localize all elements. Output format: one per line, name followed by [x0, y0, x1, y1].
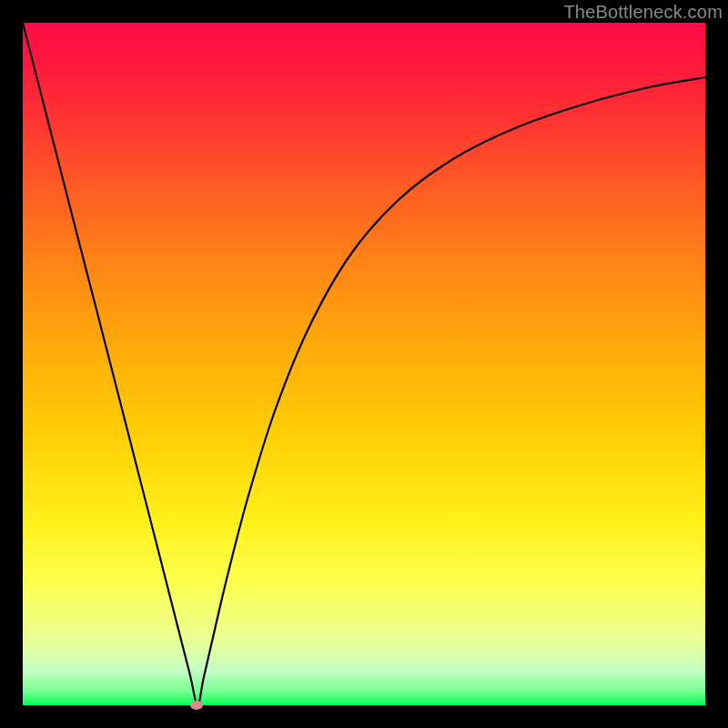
bottleneck-curve: [23, 23, 705, 705]
chart-frame: TheBottleneck.com: [0, 0, 728, 728]
watermark-text: TheBottleneck.com: [563, 2, 723, 23]
curve-layer: [23, 23, 705, 705]
plot-area: [23, 23, 705, 705]
optimum-marker: [190, 701, 203, 710]
